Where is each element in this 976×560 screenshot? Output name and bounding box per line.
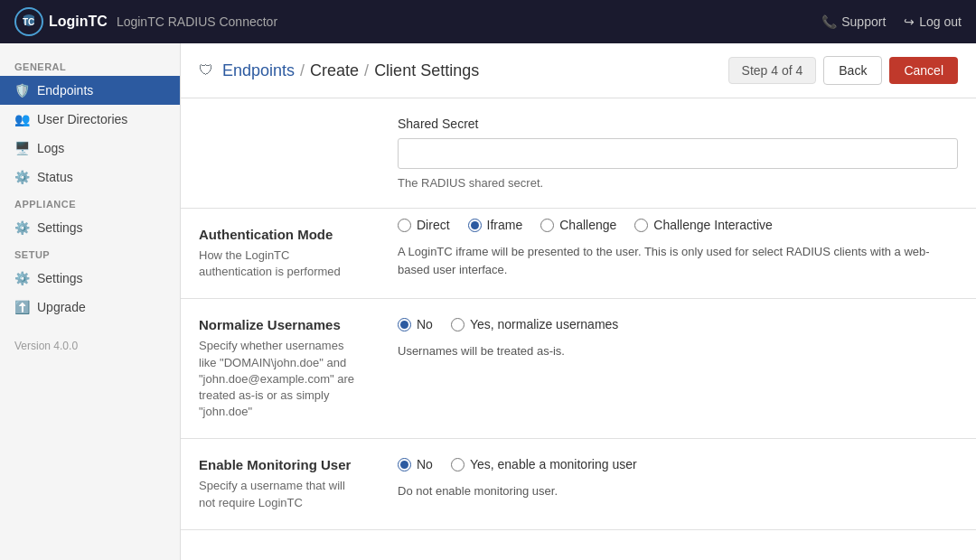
auth-mode-option-desc: A LoginTC iframe will be presented to th… [398, 243, 958, 278]
user-directories-icon: 👥 [14, 112, 30, 126]
content-scroll: Shared Secret The RADIUS shared secret. … [181, 98, 976, 560]
shared-secret-right: Shared Secret The RADIUS shared secret. [380, 98, 976, 208]
appliance-settings-icon: ⚙️ [14, 220, 30, 235]
navbar: TC LoginTC LoginTC RADIUS Connector 📞 Su… [0, 0, 976, 43]
upgrade-label: Upgrade [37, 300, 86, 314]
monitoring-yes-radio[interactable] [451, 458, 465, 471]
sidebar: GENERAL 🛡️ Endpoints 👥 User Directories … [0, 43, 181, 560]
step-badge: Step 4 of 4 [728, 57, 817, 84]
normalize-radio-group: No Yes, normalize usernames [398, 317, 958, 331]
breadcrumb-endpoints-link[interactable]: Endpoints [222, 61, 295, 80]
sidebar-item-setup-settings[interactable]: ⚙️ Settings [0, 264, 180, 293]
auth-mode-challenge-option[interactable]: Challenge [540, 218, 616, 232]
auth-mode-challenge-radio[interactable] [540, 219, 554, 232]
main-content: 🛡 Endpoints / Create / Client Settings S… [181, 43, 976, 560]
monitoring-option-desc: Do not enable monitoring user. [398, 482, 958, 500]
normalize-no-radio[interactable] [398, 318, 411, 331]
monitoring-radio-group: No Yes, enable a monitoring user [398, 457, 958, 471]
shared-secret-label: Shared Secret [398, 117, 958, 131]
brand-name: LoginTC [49, 14, 108, 30]
normalize-no-option[interactable]: No [398, 317, 433, 331]
auth-mode-iframe-option[interactable]: Iframe [468, 218, 523, 232]
shared-secret-hint: The RADIUS shared secret. [398, 176, 958, 190]
monitoring-no-option[interactable]: No [398, 457, 433, 471]
sidebar-item-endpoints[interactable]: 🛡️ Endpoints [0, 76, 180, 105]
sidebar-item-appliance-settings[interactable]: ⚙️ Settings [0, 213, 180, 242]
breadcrumb-create: Create [310, 61, 359, 80]
endpoints-label: Endpoints [37, 83, 93, 98]
auth-mode-iframe-label: Iframe [487, 218, 523, 232]
auth-mode-section: Authentication Mode How the LoginTC auth… [181, 209, 976, 299]
auth-mode-direct-label: Direct [417, 218, 450, 232]
sidebar-item-upgrade[interactable]: ⬆️ Upgrade [0, 293, 180, 322]
logs-label: Logs [37, 141, 64, 155]
logs-icon: 🖥️ [14, 141, 30, 155]
breadcrumb-client-settings: Client Settings [374, 61, 479, 80]
user-directories-label: User Directories [37, 112, 127, 126]
normalize-no-label: No [417, 317, 433, 331]
normalize-right: No Yes, normalize usernames Usernames wi… [380, 299, 976, 438]
normalize-title: Normalize Usernames [199, 317, 361, 332]
page-header: 🛡 Endpoints / Create / Client Settings S… [181, 43, 976, 98]
status-label: Status [37, 170, 73, 184]
breadcrumb: 🛡 Endpoints / Create / Client Settings [199, 61, 479, 80]
appliance-settings-label: Settings [37, 220, 83, 235]
normalize-yes-radio[interactable] [451, 318, 465, 331]
auth-mode-challenge-interactive-label: Challenge Interactive [653, 218, 773, 232]
logout-icon: ↪ [904, 14, 915, 29]
logout-link[interactable]: ↪ Log out [904, 14, 962, 29]
normalize-desc: Specify whether usernames like "DOMAIN\j… [199, 338, 361, 420]
auth-mode-right: Direct Iframe Challenge Challenge I [380, 209, 976, 298]
support-link[interactable]: 📞 Support [821, 14, 886, 29]
header-actions: Step 4 of 4 Back Cancel [728, 56, 958, 85]
sidebar-item-logs[interactable]: 🖥️ Logs [0, 134, 180, 163]
logintc-logo-icon: TC [14, 7, 43, 36]
monitoring-title: Enable Monitoring User [199, 457, 361, 472]
back-button[interactable]: Back [823, 56, 882, 85]
svg-text:TC: TC [23, 17, 34, 27]
general-section-label: GENERAL [0, 54, 180, 76]
version-label: Version 4.0.0 [0, 329, 180, 363]
monitoring-no-label: No [417, 457, 433, 471]
brand-subtitle: LoginTC RADIUS Connector [117, 14, 277, 29]
normalize-yes-label: Yes, normalize usernames [470, 317, 618, 331]
breadcrumb-sep1: / [300, 61, 305, 80]
shield-icon: 🛡 [199, 62, 213, 79]
sidebar-item-user-directories[interactable]: 👥 User Directories [0, 105, 180, 134]
endpoints-icon: 🛡️ [14, 83, 30, 98]
appliance-section-label: APPLIANCE [0, 191, 180, 213]
monitoring-left: Enable Monitoring User Specify a usernam… [181, 439, 380, 528]
auth-mode-challenge-interactive-radio[interactable] [634, 219, 648, 232]
layout: GENERAL 🛡️ Endpoints 👥 User Directories … [0, 43, 976, 560]
auth-mode-direct-radio[interactable] [398, 219, 411, 232]
normalize-option-desc: Usernames will be treated as-is. [398, 342, 958, 360]
auth-mode-iframe-radio[interactable] [468, 219, 482, 232]
shared-secret-section: Shared Secret The RADIUS shared secret. [181, 98, 976, 209]
upgrade-icon: ⬆️ [14, 300, 30, 314]
auth-mode-left: Authentication Mode How the LoginTC auth… [181, 209, 380, 298]
navbar-brand: TC LoginTC LoginTC RADIUS Connector [14, 7, 821, 36]
auth-mode-direct-option[interactable]: Direct [398, 218, 450, 232]
shared-secret-input[interactable] [398, 138, 958, 169]
status-icon: ⚙️ [14, 170, 30, 184]
setup-settings-label: Settings [37, 271, 83, 285]
breadcrumb-sep2: / [364, 61, 369, 80]
shared-secret-left [181, 98, 380, 208]
monitoring-desc: Specify a username that will not require… [199, 478, 361, 510]
navbar-logo: TC LoginTC [14, 7, 108, 36]
phone-icon: 📞 [821, 14, 837, 29]
auth-mode-challenge-interactive-option[interactable]: Challenge Interactive [634, 218, 773, 232]
auth-mode-challenge-label: Challenge [559, 218, 616, 232]
monitoring-yes-option[interactable]: Yes, enable a monitoring user [451, 457, 637, 471]
monitoring-no-radio[interactable] [398, 458, 411, 471]
navbar-actions: 📞 Support ↪ Log out [821, 14, 962, 29]
auth-mode-desc: How the LoginTC authentication is perfor… [199, 247, 361, 280]
setup-settings-icon: ⚙️ [14, 271, 30, 285]
monitoring-yes-label: Yes, enable a monitoring user [470, 457, 637, 471]
auth-mode-title: Authentication Mode [199, 227, 361, 242]
normalize-yes-option[interactable]: Yes, normalize usernames [451, 317, 618, 331]
setup-section-label: SETUP [0, 242, 180, 264]
sidebar-item-status[interactable]: ⚙️ Status [0, 163, 180, 191]
auth-mode-radio-group: Direct Iframe Challenge Challenge I [398, 218, 958, 232]
cancel-button[interactable]: Cancel [889, 57, 958, 84]
